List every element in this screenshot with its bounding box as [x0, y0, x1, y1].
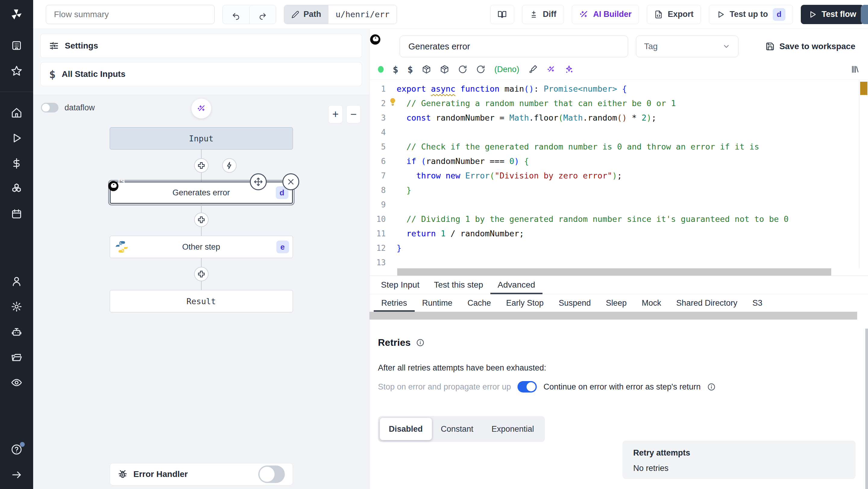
user-icon[interactable] — [11, 276, 22, 287]
subtab-sleep[interactable]: Sleep — [598, 294, 634, 312]
calendar-icon[interactable] — [11, 208, 22, 220]
subtab-mock[interactable]: Mock — [634, 294, 669, 312]
test-flow-button[interactable]: Test flow — [801, 5, 864, 24]
redo-button[interactable] — [249, 5, 276, 24]
subtabs-scrollbar[interactable] — [370, 312, 857, 319]
code-line[interactable]: 8 } — [370, 183, 859, 197]
line-number: 3 — [370, 111, 397, 125]
gear-icon[interactable] — [11, 301, 22, 312]
code-line[interactable]: 6 if (randomNumber === 0) { — [370, 154, 859, 169]
ai-sparkles-icon[interactable] — [564, 65, 574, 74]
edge-cutoff-button[interactable] — [861, 5, 868, 24]
package-icon[interactable] — [422, 65, 431, 74]
lightbulb-icon[interactable] — [388, 97, 397, 106]
arrow-right-icon[interactable] — [11, 469, 22, 481]
code-line[interactable]: 7 throw new Error("Division by zero erro… — [370, 169, 859, 183]
insert-step-button[interactable] — [194, 158, 209, 173]
windmill-logo[interactable] — [0, 0, 33, 29]
trigger-button[interactable] — [222, 158, 237, 173]
tag-select[interactable]: Tag — [636, 36, 738, 57]
flow-settings-button[interactable]: Settings — [40, 34, 362, 58]
code-line[interactable]: 4 — [370, 125, 859, 140]
panel-vertical-scrollbar[interactable] — [865, 329, 868, 489]
save-to-workspace-button[interactable]: Save to workspace — [766, 41, 855, 51]
dataflow-toggle[interactable] — [41, 103, 59, 113]
format-brush-icon[interactable] — [528, 65, 537, 74]
code-line[interactable]: 12} — [370, 241, 859, 255]
seg-constant[interactable]: Constant — [432, 418, 483, 440]
code-line[interactable]: 2 // Generating a random number that can… — [370, 96, 859, 111]
variable-picker-icon[interactable]: $ — [393, 64, 398, 75]
info-icon[interactable] — [707, 383, 715, 391]
diff-button[interactable]: Diff — [522, 5, 564, 24]
test-up-to-button[interactable]: Test up to d — [709, 5, 793, 24]
retry-attempts-value: No retries — [633, 464, 845, 473]
play-icon — [808, 10, 817, 19]
code-line[interactable]: 10 // Dividing 1 by the generated random… — [370, 212, 859, 226]
subtab-suspend[interactable]: Suspend — [551, 294, 598, 312]
code-line[interactable]: 13 — [370, 255, 859, 270]
bot-icon[interactable] — [11, 326, 22, 338]
code-line[interactable]: 9 — [370, 197, 859, 212]
error-handler-toggle[interactable] — [258, 465, 285, 483]
tab-advanced[interactable]: Advanced — [490, 276, 542, 294]
star-icon[interactable] — [11, 65, 22, 77]
code-line[interactable]: 1export async function main(): Promise<n… — [370, 82, 859, 96]
file-export-icon — [654, 10, 663, 19]
resource-picker-icon[interactable]: $ — [407, 64, 413, 75]
tab-step-input[interactable]: Step Input — [374, 276, 427, 294]
ai-builder-button[interactable]: AI Builder — [572, 5, 639, 24]
building-icon[interactable] — [11, 40, 22, 51]
tab-test-this-step[interactable]: Test this step — [427, 276, 490, 294]
subtab-s3[interactable]: S3 — [745, 294, 770, 312]
info-icon[interactable] — [416, 339, 424, 347]
reset-icon[interactable] — [458, 65, 467, 74]
boxes-icon[interactable] — [11, 183, 22, 194]
code-line[interactable]: 3 const randomNumber = Math.floor(Math.r… — [370, 111, 859, 125]
path-value[interactable]: u/henri/err — [329, 5, 397, 24]
dataflow-label: dataflow — [64, 103, 95, 113]
left-nav-rail — [0, 29, 33, 489]
home-icon[interactable] — [11, 107, 22, 119]
code-line[interactable]: 11 return 1 / randomNumber; — [370, 226, 859, 241]
undo-button[interactable] — [223, 5, 249, 24]
insert-step-button[interactable] — [194, 213, 209, 227]
node-other-step[interactable]: Other step e — [110, 236, 293, 258]
continue-on-error-toggle[interactable] — [518, 381, 537, 393]
subtab-runtime[interactable]: Runtime — [415, 294, 460, 312]
code-editor[interactable]: 1export async function main(): Promise<n… — [370, 80, 868, 276]
package-icon[interactable] — [440, 65, 449, 74]
path-edit-button[interactable]: Path — [284, 5, 329, 24]
node-generates-error[interactable]: TS Generates error d — [110, 182, 293, 204]
seg-exponential[interactable]: Exponential — [483, 418, 543, 440]
folder-icon[interactable] — [11, 352, 22, 363]
static-inputs-label: All Static Inputs — [62, 69, 126, 79]
step-name-input[interactable] — [400, 36, 628, 57]
help-icon[interactable] — [11, 444, 22, 455]
all-static-inputs-button[interactable]: $ All Static Inputs — [40, 62, 362, 86]
subtab-shared-directory[interactable]: Shared Directory — [669, 294, 745, 312]
editor-horizontal-scrollbar[interactable] — [397, 268, 831, 276]
subtab-retries[interactable]: Retries — [374, 294, 415, 312]
subtab-cache[interactable]: Cache — [460, 294, 498, 312]
eye-icon[interactable] — [11, 377, 22, 388]
zoom-in-button[interactable]: + — [328, 105, 343, 123]
ai-flow-builder-button[interactable] — [191, 99, 211, 119]
script-library-icon[interactable] — [850, 65, 860, 74]
move-step-button[interactable] — [250, 173, 267, 190]
export-button[interactable]: Export — [647, 5, 701, 24]
node-result[interactable]: Result — [110, 290, 293, 312]
flow-summary-input[interactable] — [46, 5, 215, 24]
ai-edit-wand-icon[interactable] — [547, 65, 555, 74]
reload-runtime-icon[interactable] — [476, 65, 485, 74]
zoom-out-button[interactable]: − — [346, 105, 361, 123]
subtab-early-stop[interactable]: Early Stop — [498, 294, 551, 312]
insert-step-button[interactable] — [194, 267, 209, 281]
code-line[interactable]: 5 // Check if the generated random numbe… — [370, 140, 859, 154]
seg-disabled[interactable]: Disabled — [380, 418, 432, 440]
delete-step-button[interactable] — [282, 173, 299, 190]
play-icon[interactable] — [11, 132, 22, 144]
node-input[interactable]: Input — [110, 127, 293, 150]
docs-button[interactable] — [490, 5, 514, 24]
dollar-icon[interactable] — [11, 158, 22, 169]
